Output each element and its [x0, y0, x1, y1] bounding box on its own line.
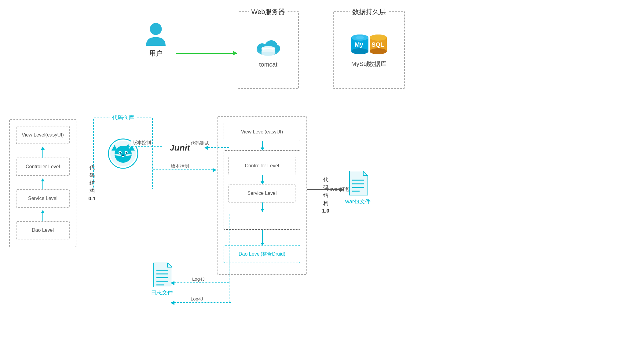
svg-text:My: My: [355, 41, 364, 48]
war-file: war包文件: [345, 171, 371, 205]
arrow-log4j-h1: [171, 282, 229, 283]
code-struct-10-outer: View Level(easyUI) Controller Level Serv…: [217, 116, 307, 275]
layer-service-01: Service Level: [16, 189, 70, 208]
arrow-label-version1: 版本控制: [131, 140, 152, 146]
db-title: 数据持久层: [350, 7, 388, 16]
junit-label: Junit: [170, 143, 190, 153]
user-label: 用户: [149, 49, 163, 58]
log-file-label: 日志文件: [151, 289, 173, 296]
github-icon-wrap: [94, 118, 152, 189]
log-file-icon: [152, 263, 172, 287]
user-icon: [144, 21, 168, 46]
mysql-logo: My SQL: [349, 32, 389, 58]
layer-controller-10: Controller Level: [229, 157, 295, 175]
war-file-icon: [348, 171, 368, 195]
arrow-dao-v: [229, 247, 229, 302]
svg-point-31: [126, 152, 127, 154]
inner-ctrl-svc-box: Controller Level Service Level: [224, 150, 300, 230]
svg-point-19: [370, 48, 387, 54]
bottom-section: View Level(easyUI) Controller Level Serv…: [0, 101, 644, 364]
war-file-label: war包文件: [345, 198, 371, 205]
arrow-label-version2: 版本控制: [170, 163, 190, 169]
svg-point-20: [370, 35, 387, 41]
user-figure: 用户: [144, 21, 168, 58]
code-repo-box: 代码仓库: [93, 118, 153, 189]
svg-point-27: [115, 146, 132, 163]
arrow-view-ctrl: [42, 149, 43, 158]
svg-text:SQL: SQL: [371, 41, 384, 48]
arrow-ctrl-svc: [42, 181, 43, 189]
mysql-label: MySql数据库: [351, 60, 387, 68]
log-file: 日志文件: [151, 263, 173, 296]
db-icon-wrap: My SQL MySql数据库: [334, 12, 404, 88]
layer-view-10: View Level(easyUI): [224, 123, 300, 141]
db-persistence-box: 数据持久层 My SQL MySql数据库: [333, 11, 405, 89]
svg-point-9: [262, 52, 275, 56]
svg-point-16: [356, 36, 364, 39]
arrow-view-ctrl-10: [262, 141, 263, 150]
tomcat-icon-wrap: tomcat: [238, 12, 298, 88]
layer-dao-01: Dao Level: [16, 221, 70, 239]
arrow-log4j-h2: [171, 302, 231, 303]
web-server-box: Web服务器 tomcat: [238, 11, 299, 89]
arrow-maven: [307, 189, 344, 190]
svg-point-30: [119, 152, 121, 154]
tomcat-label: tomcat: [259, 61, 277, 68]
layer-controller-01: Controller Level: [16, 158, 70, 176]
arrow-svc-dao: [42, 213, 43, 221]
arrow-user-tomcat: [176, 53, 237, 54]
code-struct-10-label: 代码结构1.0: [322, 176, 329, 215]
arrow-label-code-test: 代码测试: [189, 140, 210, 146]
top-section: 用户 Web服务器 tomcat: [0, 0, 644, 98]
divider: [0, 98, 644, 98]
layer-view-01: View Level(easyUI): [16, 126, 70, 144]
layer-service-10: Service Level: [229, 184, 295, 202]
arrow-version-ctrl-1: [125, 146, 162, 147]
arrow-version-ctrl-2: [153, 169, 216, 170]
arrow-label-log4j-1: Log4J: [191, 276, 206, 282]
svg-point-0: [150, 23, 162, 35]
tomcat-cloud-icon: [254, 37, 282, 60]
web-server-title: Web服务器: [249, 7, 288, 16]
arrow-ctrl-svc-10: [262, 175, 263, 184]
code-repo-title: 代码仓库: [110, 114, 137, 121]
arrow-label-log4j-2: Log4J: [189, 296, 204, 301]
arrow-svc-dao-10: [262, 202, 263, 212]
svg-point-14: [351, 48, 368, 54]
layer-dao-10: Dao Level(整合Druid): [224, 245, 300, 263]
code-struct-01-box: View Level(easyUI) Controller Level Serv…: [9, 119, 76, 247]
arrow-inner-dao: [262, 230, 263, 246]
